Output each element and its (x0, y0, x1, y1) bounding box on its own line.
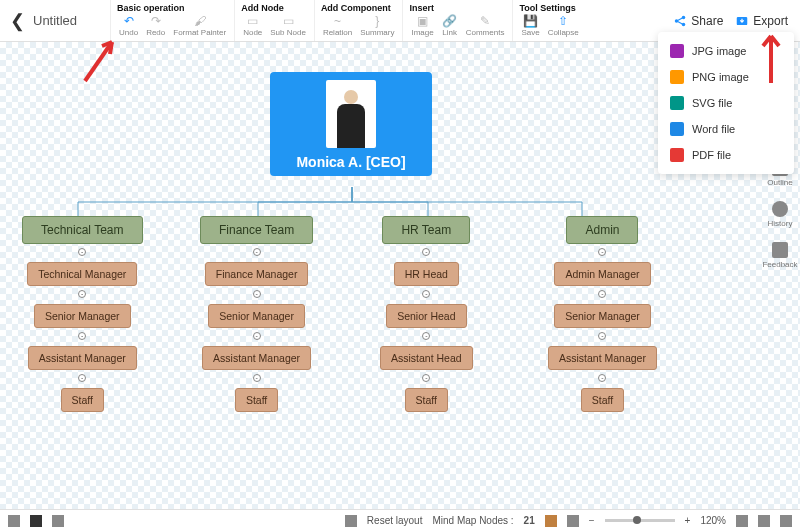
group-insert: Insert ▣Image 🔗Link ✎Comments (402, 0, 512, 41)
collapse-toggle[interactable]: - (422, 290, 430, 298)
subnode-button[interactable]: ▭Sub Node (266, 14, 310, 37)
node[interactable]: Technical Manager (27, 262, 137, 286)
center-icon[interactable] (758, 515, 770, 527)
team-hr[interactable]: HR Team (382, 216, 470, 244)
root-photo (326, 80, 376, 148)
grid-icon[interactable] (8, 515, 20, 527)
zoom-minus[interactable]: − (589, 515, 595, 526)
back-icon[interactable]: ❮ (10, 10, 25, 32)
node-button[interactable]: ▭Node (239, 14, 266, 37)
root-name: Monica A. [CEO] (270, 154, 432, 170)
node[interactable]: Staff (405, 388, 448, 412)
hand-icon[interactable] (545, 515, 557, 527)
zoom-value: 120% (700, 515, 726, 526)
node[interactable]: Assistant Head (380, 346, 473, 370)
node[interactable]: Senior Manager (34, 304, 131, 328)
collapse-toggle[interactable]: - (422, 332, 430, 340)
node[interactable]: Staff (61, 388, 104, 412)
export-svg[interactable]: SVG file (658, 90, 794, 116)
collapse-toggle[interactable]: - (78, 374, 86, 382)
group-addnode-title: Add Node (239, 2, 310, 14)
share-icon (673, 14, 687, 28)
collapse-toggle[interactable]: - (253, 290, 261, 298)
team-admin[interactable]: Admin (566, 216, 638, 244)
undo-button[interactable]: ↶Undo (115, 14, 142, 37)
group-basic: Basic operation ↶Undo ↷Redo 🖌Format Pain… (110, 0, 234, 41)
group-basic-title: Basic operation (115, 2, 230, 14)
group-toolset-title: Tool Settings (517, 2, 582, 14)
collapse-toggle[interactable]: - (598, 374, 606, 382)
collapse-toggle[interactable]: - (78, 332, 86, 340)
save-button[interactable]: 💾Save (517, 14, 543, 37)
root-node[interactable]: Monica A. [CEO] (270, 72, 432, 176)
col-technical: Technical Team - Technical Manager - Sen… (22, 216, 143, 428)
collapse-toggle[interactable]: - (253, 374, 261, 382)
node[interactable]: Assistant Manager (548, 346, 657, 370)
export-pdf[interactable]: PDF file (658, 142, 794, 168)
node[interactable]: Admin Manager (554, 262, 650, 286)
theme-icon[interactable] (30, 515, 42, 527)
collapse-toggle[interactable]: - (422, 374, 430, 382)
fit-icon[interactable] (736, 515, 748, 527)
doc-title[interactable]: Untitled (33, 13, 77, 28)
format-painter-button[interactable]: 🖌Format Painter (169, 14, 230, 37)
nodes-label: Mind Map Nodes : (432, 515, 513, 526)
collapse-toggle[interactable]: - (78, 248, 86, 256)
comments-button[interactable]: ✎Comments (462, 14, 509, 37)
link-button[interactable]: 🔗Link (438, 14, 462, 37)
redo-button[interactable]: ↷Redo (142, 14, 169, 37)
team-technical[interactable]: Technical Team (22, 216, 143, 244)
node[interactable]: Senior Head (386, 304, 466, 328)
node[interactable]: Assistant Manager (28, 346, 137, 370)
annotation-arrow-left (80, 36, 120, 86)
node[interactable]: Finance Manager (205, 262, 309, 286)
collapse-toggle[interactable]: - (253, 248, 261, 256)
node[interactable]: HR Head (394, 262, 459, 286)
node[interactable]: Senior Manager (554, 304, 651, 328)
relation-button[interactable]: ~Relation (319, 14, 356, 37)
cursor-icon[interactable] (567, 515, 579, 527)
annotation-arrow-right (756, 28, 786, 88)
collapse-toggle[interactable]: - (598, 248, 606, 256)
export-word[interactable]: Word file (658, 116, 794, 142)
nodes-count: 21 (524, 515, 535, 526)
reset-icon (345, 515, 357, 527)
node[interactable]: Senior Manager (208, 304, 305, 328)
node[interactable]: Staff (235, 388, 278, 412)
zoom-slider[interactable] (605, 519, 675, 522)
title-area: ❮ Untitled (0, 0, 110, 41)
team-finance[interactable]: Finance Team (200, 216, 313, 244)
group-addcomp: Add Component ~Relation }Summary (314, 0, 403, 41)
right-sidebar: Outline History Feedback (760, 160, 800, 269)
fullscreen-icon[interactable] (780, 515, 792, 527)
summary-button[interactable]: }Summary (356, 14, 398, 37)
col-finance: Finance Team - Finance Manager - Senior … (200, 216, 313, 428)
node[interactable]: Assistant Manager (202, 346, 311, 370)
group-toolset: Tool Settings 💾Save ⇧Collapse (512, 0, 586, 41)
status-bar: Reset layout Mind Map Nodes : 21 − + 120… (0, 509, 800, 531)
reset-layout[interactable]: Reset layout (367, 515, 423, 526)
collapse-toggle[interactable]: - (78, 290, 86, 298)
collapse-toggle[interactable]: - (422, 248, 430, 256)
col-admin: Admin - Admin Manager - Senior Manager -… (548, 216, 657, 428)
side-feedback[interactable]: Feedback (762, 242, 797, 269)
group-addnode: Add Node ▭Node ▭Sub Node (234, 0, 314, 41)
share-button[interactable]: Share (673, 14, 723, 28)
collapse-toggle[interactable]: - (253, 332, 261, 340)
collapse-toggle[interactable]: - (598, 332, 606, 340)
zoom-plus[interactable]: + (685, 515, 691, 526)
image-button[interactable]: ▣Image (407, 14, 437, 37)
group-insert-title: Insert (407, 2, 508, 14)
group-addcomp-title: Add Component (319, 2, 399, 14)
col-hr: HR Team - HR Head - Senior Head - Assist… (380, 216, 473, 428)
layout-icon[interactable] (52, 515, 64, 527)
export-button[interactable]: Export (735, 14, 788, 28)
export-icon (735, 14, 749, 28)
collapse-button[interactable]: ⇧Collapse (544, 14, 583, 37)
side-history[interactable]: History (768, 201, 793, 228)
collapse-toggle[interactable]: - (598, 290, 606, 298)
node[interactable]: Staff (581, 388, 624, 412)
